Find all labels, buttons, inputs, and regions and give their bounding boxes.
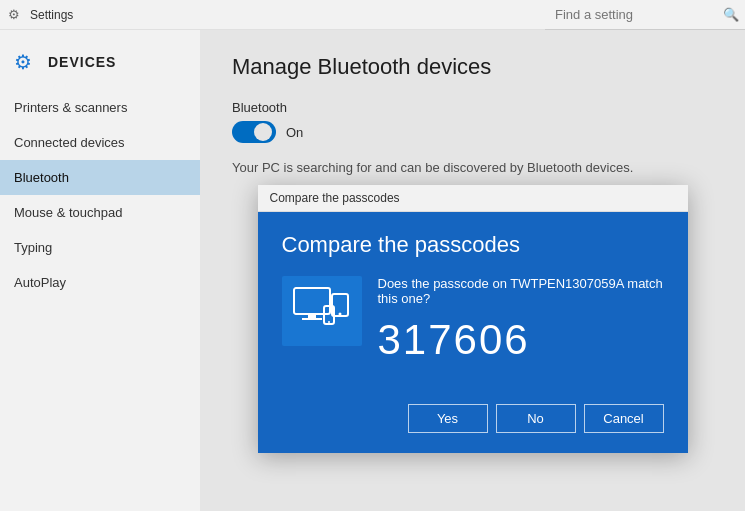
devices-icon: ⚙: [14, 50, 38, 74]
dialog-question: Does the passcode on TWTPEN1307059A matc…: [378, 276, 664, 306]
sidebar-item-connected[interactable]: Connected devices: [0, 125, 200, 160]
svg-rect-2: [302, 318, 322, 320]
app-container: ⚙ DEVICES Printers & scanners Connected …: [0, 30, 745, 511]
sidebar-item-bluetooth[interactable]: Bluetooth: [0, 160, 200, 195]
main-content: Manage Bluetooth devices Bluetooth On Yo…: [200, 30, 745, 511]
search-icon: 🔍: [723, 7, 739, 22]
dialog-content: Does the passcode on TWTPEN1307059A matc…: [282, 276, 664, 364]
dialog-footer: Yes No Cancel: [258, 388, 688, 453]
dialog-body: Compare the passcodes: [258, 212, 688, 388]
dialog-title: Compare the passcodes: [282, 232, 664, 258]
sidebar-item-printers[interactable]: Printers & scanners: [0, 90, 200, 125]
sidebar-item-autoplay[interactable]: AutoPlay: [0, 265, 200, 300]
no-button[interactable]: No: [496, 404, 576, 433]
sidebar-item-typing[interactable]: Typing: [0, 230, 200, 265]
svg-rect-1: [308, 314, 316, 318]
devices-illustration: [292, 286, 352, 336]
sidebar-item-mouse[interactable]: Mouse & touchpad: [0, 195, 200, 230]
yes-button[interactable]: Yes: [408, 404, 488, 433]
dialog-passcode: 317606: [378, 316, 664, 364]
titlebar-title: Settings: [30, 8, 599, 22]
svg-point-6: [328, 321, 330, 323]
sidebar-header: ⚙ DEVICES: [0, 40, 200, 90]
dialog-overlay: Compare the passcodes Compare the passco…: [200, 30, 745, 511]
settings-icon: ⚙: [8, 7, 24, 23]
sidebar: ⚙ DEVICES Printers & scanners Connected …: [0, 30, 200, 511]
dialog-device-icon: [282, 276, 362, 346]
cancel-button[interactable]: Cancel: [584, 404, 664, 433]
dialog-titlebar: Compare the passcodes: [258, 185, 688, 212]
dialog-titlebar-text: Compare the passcodes: [270, 191, 400, 205]
search-input[interactable]: [545, 0, 745, 29]
dialog-right: Does the passcode on TWTPEN1307059A matc…: [378, 276, 664, 364]
sidebar-title: DEVICES: [48, 54, 116, 70]
compare-passcodes-dialog: Compare the passcodes Compare the passco…: [258, 185, 688, 453]
svg-point-4: [338, 313, 341, 316]
